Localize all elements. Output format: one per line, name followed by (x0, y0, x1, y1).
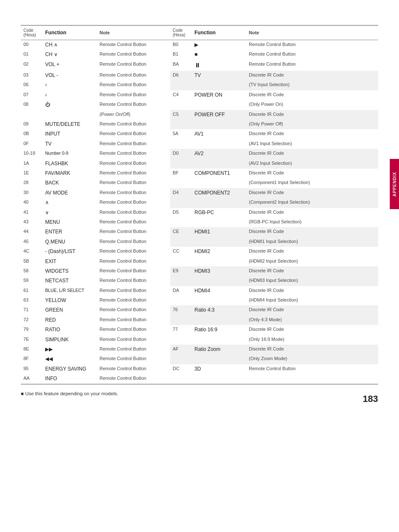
code-right: CC (170, 247, 192, 256)
func-right: HDMI3 (192, 266, 246, 276)
code-right (170, 178, 192, 188)
code-left: 8E (21, 345, 43, 354)
func-left: ⏻ (43, 100, 97, 110)
note-left: Remote Control Button (97, 50, 170, 59)
note-right: Discrete IR Code (246, 208, 378, 217)
note-left: Remote Control Button (97, 208, 170, 217)
code-left: 0B (21, 129, 43, 139)
note-right: (Only 4:3 Mode) (246, 315, 378, 325)
note-left: Remote Control Button (97, 71, 170, 80)
note-left: Remote Control Button (97, 354, 170, 364)
func-right (192, 80, 246, 90)
func-left: YELLOW (43, 296, 97, 305)
code-left: 06 (21, 80, 43, 90)
header-code1: Code(Hexa) (21, 26, 43, 40)
note-left: Remote Control Button (97, 129, 170, 139)
func-left: ▶▶ (43, 345, 97, 354)
func-left: EXIT (43, 257, 97, 266)
func-right: ▶ (192, 40, 246, 50)
func-left: MUTE/DELETE (43, 120, 97, 129)
code-left: 71 (21, 305, 43, 315)
func-right: HDMI4 (192, 286, 246, 296)
func-left: ∧ (43, 198, 97, 207)
code-left: 30 (21, 188, 43, 198)
note-left: Remote Control Button (97, 159, 170, 169)
code-left: 09 (21, 120, 43, 129)
code-right (170, 374, 192, 384)
func-left: RATIO (43, 325, 97, 335)
note-left: Remote Control Button (97, 305, 170, 315)
note-right: Discrete IR Code (246, 90, 378, 100)
page-number: 183 (363, 394, 378, 404)
code-right: D5 (170, 208, 192, 217)
func-left: NETCAST (43, 276, 97, 286)
code-right: D4 (170, 188, 192, 198)
code-right: 77 (170, 325, 192, 335)
code-right: B0 (170, 40, 192, 50)
code-right: 5A (170, 129, 192, 139)
code-right (170, 80, 192, 90)
code-right (170, 139, 192, 149)
func-right: COMPONENT2 (192, 188, 246, 198)
note-right: (AV2 Input Selection) (246, 159, 378, 169)
code-left: 5B (21, 257, 43, 266)
func-right: POWER ON (192, 90, 246, 100)
func-right (192, 296, 246, 305)
header-note1: Note (97, 26, 170, 40)
func-right: 3D (192, 364, 246, 374)
note-left: Remote Control Button (97, 237, 170, 247)
note-left: Remote Control Button (97, 120, 170, 129)
code-right (170, 198, 192, 207)
code-left: 4C (21, 247, 43, 256)
note-left: Remote Control Button (97, 374, 170, 384)
note-left: Remote Control Button (97, 40, 170, 50)
code-right: DA (170, 286, 192, 296)
ir-code-table: Code(Hexa) Function Note Code(Hexa) Func… (21, 25, 378, 384)
func-right (192, 159, 246, 169)
func-left: VOL + (43, 60, 97, 71)
code-left: 44 (21, 227, 43, 237)
func-left: Q.MENU (43, 237, 97, 247)
func-right: COMPONENT1 (192, 169, 246, 178)
code-left (21, 110, 43, 120)
func-right (192, 374, 246, 384)
note-left: Remote Control Button (97, 178, 170, 188)
note-left: (Power On/Off) (97, 110, 170, 120)
func-left: BACK (43, 178, 97, 188)
code-left: 02 (21, 60, 43, 71)
func-left: ENTER (43, 227, 97, 237)
note-right: (HDMI2 Input Selection) (246, 257, 378, 266)
func-right: HDMI1 (192, 227, 246, 237)
header-func1: Function (43, 26, 97, 40)
func-right: POWER OFF (192, 110, 246, 120)
code-left: 8F (21, 354, 43, 364)
func-right (192, 354, 246, 364)
func-left: RED (43, 315, 97, 325)
func-right: ■ (192, 50, 246, 59)
note-right: (TV Input Selection) (246, 80, 378, 90)
code-left: 08 (21, 100, 43, 110)
code-right (170, 237, 192, 247)
code-left: 59 (21, 276, 43, 286)
header-code2: Code(Hexa) (170, 26, 192, 40)
code-right (170, 335, 192, 345)
code-left: 1E (21, 169, 43, 178)
func-left: TV (43, 139, 97, 149)
func-left: INFO (43, 374, 97, 384)
note-left: Remote Control Button (97, 139, 170, 149)
code-left: 01 (21, 50, 43, 59)
note-right: Remote Control Button (246, 60, 378, 71)
note-left: Remote Control Button (97, 286, 170, 296)
func-right (192, 315, 246, 325)
note-left: Remote Control Button (97, 188, 170, 198)
func-right (192, 257, 246, 266)
note-right: (HDMI4 Input Selection) (246, 296, 378, 305)
code-right (170, 120, 192, 129)
note-left: Remote Control Button (97, 217, 170, 227)
note-left: Remote Control Button (97, 169, 170, 178)
code-right: C4 (170, 90, 192, 100)
code-left: 0F (21, 139, 43, 149)
code-left: 41 (21, 208, 43, 217)
note-right: (Only Power On) (246, 100, 378, 110)
code-left: 58 (21, 266, 43, 276)
